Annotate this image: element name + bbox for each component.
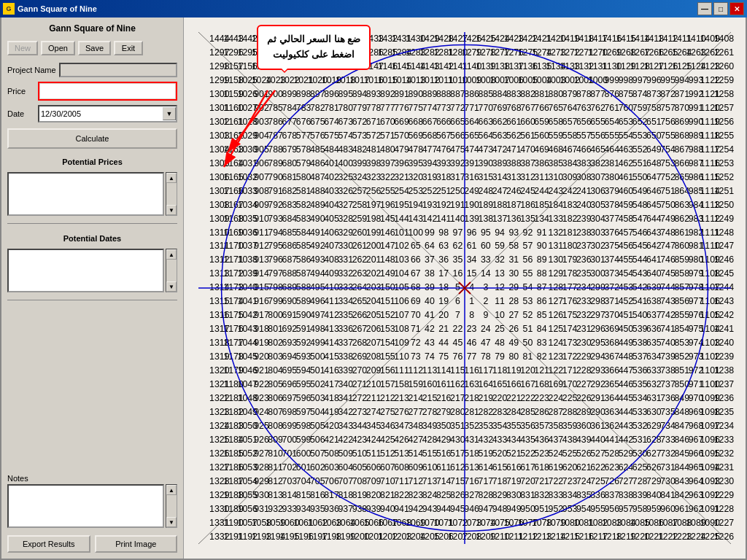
open-button[interactable]: Open <box>41 41 75 55</box>
prices-scroll-up[interactable]: ▲ <box>166 173 177 183</box>
prices-scroll-down[interactable]: ▼ <box>166 205 177 215</box>
tooltip-bubble: ضع هنا السعر الحالي ثم اضغط على كلكيوليت <box>257 25 371 70</box>
potential-dates-list <box>7 249 164 292</box>
date-dropdown-button[interactable]: ▼ <box>163 107 176 120</box>
close-button[interactable]: ✕ <box>729 2 744 15</box>
prices-scrollbar[interactable]: ▲ ▼ <box>166 172 177 216</box>
dates-scroll-up[interactable]: ▲ <box>166 249 177 260</box>
date-input[interactable] <box>39 106 163 121</box>
main-window: Gann Square of Nine New Open Save Exit P… <box>0 18 747 560</box>
calculate-button[interactable]: Calculate <box>7 128 177 149</box>
panel-title: Gann Square of Nine <box>7 23 177 34</box>
divider-1 <box>7 223 177 224</box>
notes-scroll-down[interactable]: ▼ <box>166 517 177 527</box>
price-input[interactable] <box>40 84 175 98</box>
potential-prices-area: ▲ ▼ <box>7 172 177 216</box>
new-button[interactable]: New <box>7 41 38 55</box>
title-bar: G Gann Square of Nine — □ ✕ <box>0 0 747 18</box>
project-name-label: Project Name <box>7 66 56 74</box>
dates-scrollbar[interactable]: ▲ ▼ <box>166 249 177 292</box>
toolbar: New Open Save Exit <box>7 41 177 55</box>
app-icon: G <box>3 3 15 15</box>
project-name-row: Project Name <box>7 63 177 77</box>
save-button[interactable]: Save <box>78 41 111 55</box>
tooltip-line2: اضغط على كلكيوليت <box>267 47 360 63</box>
notes-textarea[interactable] <box>7 484 164 528</box>
date-row: Date ▼ <box>7 105 177 122</box>
potential-dates-area: ▲ ▼ <box>7 249 177 292</box>
maximize-button[interactable]: □ <box>713 2 728 15</box>
tooltip-line1: ضع هنا السعر الحالي ثم <box>267 32 360 47</box>
price-label: Price <box>7 87 35 96</box>
window-title: Gann Square of Nine <box>18 4 97 13</box>
notes-label: Notes <box>7 474 177 483</box>
right-panel: ضع هنا السعر الحالي ثم اضغط على كلكيوليت <box>184 18 746 559</box>
print-button[interactable]: Print Image <box>95 535 178 553</box>
notes-scrollbar[interactable]: ▲ ▼ <box>166 484 177 528</box>
left-panel: Gann Square of Nine New Open Save Exit P… <box>1 18 184 559</box>
notes-section: Notes ▲ ▼ <box>7 474 177 528</box>
export-button[interactable]: Export Results <box>7 535 90 553</box>
dates-scroll-down[interactable]: ▼ <box>166 281 177 292</box>
gann-grid <box>184 18 746 559</box>
potential-prices-list <box>7 172 164 216</box>
bottom-buttons: Export Results Print Image <box>7 535 177 553</box>
potential-prices-label: Potential Prices <box>7 158 177 166</box>
potential-dates-label: Potential Dates <box>7 234 177 243</box>
project-name-input[interactable] <box>59 63 177 77</box>
divider-2 <box>7 300 177 300</box>
price-row: Price <box>7 82 177 101</box>
exit-button[interactable]: Exit <box>114 41 143 55</box>
minimize-button[interactable]: — <box>697 2 712 15</box>
notes-scroll-up[interactable]: ▲ <box>166 485 177 495</box>
date-label: Date <box>7 109 35 118</box>
